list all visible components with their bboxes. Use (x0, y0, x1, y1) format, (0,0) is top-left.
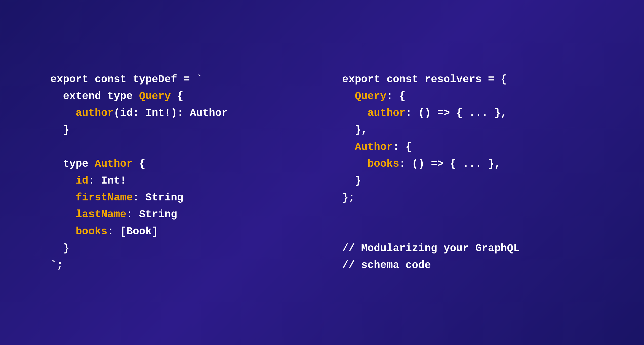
code-line: extend type Query { (50, 88, 302, 105)
code-token: // Modularizing your GraphQL (342, 242, 520, 254)
code-line: id: Int! (50, 172, 302, 189)
right-code-block: export const resolvers = { Query: { auth… (342, 71, 594, 274)
code-line: // Modularizing your GraphQL (342, 240, 594, 257)
code-token: Author (355, 141, 393, 153)
code-line: Query: { (342, 88, 594, 105)
code-line: type Author { (50, 156, 302, 172)
code-token: : String (133, 192, 184, 204)
code-token (50, 107, 76, 119)
code-token (50, 226, 76, 238)
code-token: books (76, 226, 107, 238)
code-line: firstName: String (50, 189, 302, 206)
code-token (50, 192, 76, 204)
code-token (50, 175, 76, 187)
code-token: { (171, 90, 183, 102)
code-token: : { (386, 90, 406, 102)
code-line (342, 223, 594, 240)
code-line: } (50, 122, 302, 139)
code-token (342, 141, 355, 153)
code-line: `; (50, 257, 302, 274)
code-token: }, (342, 124, 368, 136)
code-line: author: () => { ... }, (342, 105, 594, 122)
code-token: author (76, 107, 114, 119)
code-line (50, 139, 302, 156)
code-token: } (50, 242, 69, 254)
code-token: : () => { ... }, (406, 107, 507, 119)
code-line: } (50, 240, 302, 257)
code-token: : [Book] (107, 226, 158, 238)
code-line: }; (342, 189, 594, 206)
code-line: export const resolvers = { (342, 71, 594, 88)
code-line: }, (342, 122, 594, 139)
code-line: } (342, 172, 594, 189)
code-line: Author: { (342, 139, 594, 156)
code-token: : Int! (88, 175, 126, 187)
code-container: export const typeDef = ` extend type Que… (20, 51, 624, 294)
code-line: books: [Book] (50, 223, 302, 240)
code-token: }; (342, 192, 355, 204)
code-token: (id: Int!): Author (114, 107, 228, 119)
code-token: firstName (76, 192, 133, 204)
code-token: Author (95, 158, 133, 170)
code-token: // schema code (342, 259, 431, 271)
left-code-text: export const typeDef = ` extend type Que… (50, 71, 302, 274)
code-line: author(id: Int!): Author (50, 105, 302, 122)
code-token: Query (355, 90, 386, 102)
code-token: Query (139, 90, 171, 102)
code-token: `; (50, 259, 63, 271)
code-token: : () => { ... }, (399, 158, 501, 170)
code-token: extend type (50, 90, 139, 102)
code-token: : { (393, 141, 412, 153)
code-token: author (368, 107, 406, 119)
code-token: { (133, 158, 145, 170)
code-line: // schema code (342, 257, 594, 274)
code-token: type (50, 158, 95, 170)
code-token: : String (126, 208, 177, 221)
code-token: export const typeDef = ` (50, 73, 203, 85)
code-token (342, 158, 368, 170)
code-line: export const typeDef = ` (50, 71, 302, 88)
code-token (342, 107, 368, 119)
left-code-block: export const typeDef = ` extend type Que… (50, 71, 302, 274)
code-token: } (50, 124, 69, 136)
code-token: books (368, 158, 399, 170)
code-token: lastName (76, 208, 127, 221)
code-line (342, 206, 594, 223)
code-line: lastName: String (50, 206, 302, 223)
code-token (50, 208, 76, 221)
code-token (342, 90, 355, 102)
code-token: id (76, 175, 88, 187)
code-token: export const resolvers = { (342, 73, 507, 85)
code-line: books: () => { ... }, (342, 156, 594, 172)
code-token: } (342, 175, 361, 187)
right-code-text: export const resolvers = { Query: { auth… (342, 71, 594, 274)
